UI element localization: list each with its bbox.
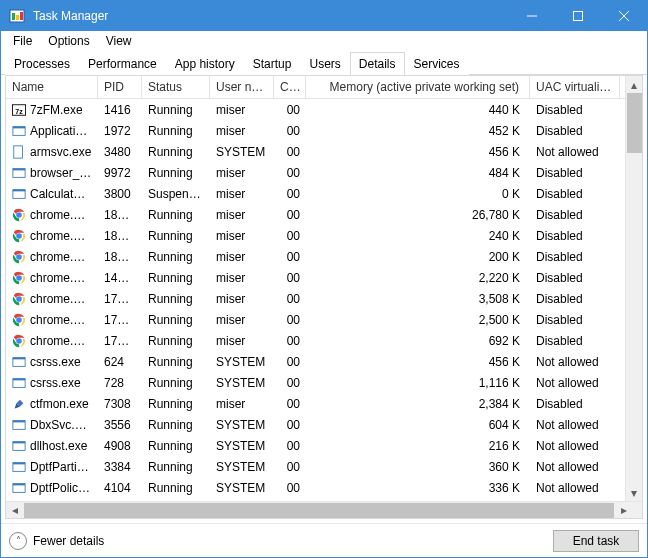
process-cpu: 00 <box>274 311 306 329</box>
table-row[interactable]: Calculator.exe3800Suspendedmiser000 KDis… <box>6 183 642 204</box>
process-icon <box>12 481 26 495</box>
tab-startup[interactable]: Startup <box>244 52 301 75</box>
process-cpu: 00 <box>274 164 306 182</box>
process-name: ApplicationFr... <box>30 124 92 138</box>
process-name: 7zFM.exe <box>30 103 83 117</box>
process-name: armsvc.exe <box>30 145 91 159</box>
scroll-up-arrow-icon[interactable]: ▴ <box>626 76 642 93</box>
table-row[interactable]: ApplicationFr...1972Runningmiser00452 KD… <box>6 120 642 141</box>
maximize-button[interactable] <box>555 1 601 31</box>
col-header-pid[interactable]: PID <box>98 76 142 98</box>
process-status: Running <box>142 437 210 455</box>
process-user: SYSTEM <box>210 353 274 371</box>
table-row[interactable]: dllhost.exe4908RunningSYSTEM00216 KNot a… <box>6 435 642 456</box>
table-row[interactable]: DbxSvc.exe3556RunningSYSTEM00604 KNot al… <box>6 414 642 435</box>
process-uac: Disabled <box>530 185 620 203</box>
col-header-memory[interactable]: Memory (active private working set) <box>306 76 530 98</box>
scroll-left-arrow-icon[interactable]: ◂ <box>6 503 23 517</box>
tab-app-history[interactable]: App history <box>166 52 244 75</box>
tab-processes[interactable]: Processes <box>5 52 79 75</box>
process-status: Running <box>142 290 210 308</box>
svg-rect-48 <box>13 462 25 464</box>
process-name: DbxSvc.exe <box>30 418 92 432</box>
process-name: chrome.exe <box>30 208 92 222</box>
table-row[interactable]: DptfParticipa...3384RunningSYSTEM00360 K… <box>6 456 642 477</box>
process-user: SYSTEM <box>210 437 274 455</box>
col-header-status[interactable]: Status <box>142 76 210 98</box>
table-row[interactable]: 7z7zFM.exe1416Runningmiser00440 KDisable… <box>6 99 642 120</box>
menu-view[interactable]: View <box>98 32 140 50</box>
vertical-scroll-thumb[interactable] <box>627 93 642 153</box>
process-cpu: 00 <box>274 353 306 371</box>
process-memory: 216 K <box>306 437 530 455</box>
menu-file[interactable]: File <box>5 32 40 50</box>
table-row[interactable]: csrss.exe728RunningSYSTEM001,116 KNot al… <box>6 372 642 393</box>
horizontal-scrollbar[interactable]: ◂ ▸ <box>6 501 642 518</box>
process-cpu: 00 <box>274 479 306 497</box>
task-manager-icon <box>9 8 25 24</box>
process-user: SYSTEM <box>210 458 274 476</box>
table-row[interactable]: armsvc.exe3480RunningSYSTEM00456 KNot al… <box>6 141 642 162</box>
process-pid: 3384 <box>98 458 142 476</box>
process-user: SYSTEM <box>210 416 274 434</box>
table-row[interactable]: DptfPolicyLp...4132RunningSYSTEM00364 KN… <box>6 498 642 501</box>
process-status: Running <box>142 353 210 371</box>
process-user: miser <box>210 311 274 329</box>
process-uac: Disabled <box>530 332 620 350</box>
process-icon <box>12 334 26 348</box>
tab-services[interactable]: Services <box>405 52 469 75</box>
fewer-details-button[interactable]: ˄ Fewer details <box>9 532 104 550</box>
table-row[interactable]: chrome.exe18248Runningmiser00240 KDisabl… <box>6 225 642 246</box>
process-uac: Disabled <box>530 101 620 119</box>
process-name: DptfParticipa... <box>30 460 92 474</box>
table-row[interactable]: chrome.exe14636Runningmiser002,220 KDisa… <box>6 267 642 288</box>
process-pid: 1416 <box>98 101 142 119</box>
close-button[interactable] <box>601 1 647 31</box>
process-cpu: 00 <box>274 416 306 434</box>
process-status: Running <box>142 374 210 392</box>
vertical-scrollbar[interactable]: ▴ ▾ <box>625 76 642 501</box>
col-header-user[interactable]: User name <box>210 76 274 98</box>
process-memory: 484 K <box>306 164 530 182</box>
svg-text:7z: 7z <box>15 107 23 114</box>
table-row[interactable]: browser_bro...9972Runningmiser00484 KDis… <box>6 162 642 183</box>
scroll-down-arrow-icon[interactable]: ▾ <box>626 484 642 501</box>
table-row[interactable]: chrome.exe17668Runningmiser00692 KDisabl… <box>6 330 642 351</box>
tab-users[interactable]: Users <box>300 52 349 75</box>
process-icon <box>12 355 26 369</box>
table-body[interactable]: 7z7zFM.exe1416Runningmiser00440 KDisable… <box>6 99 642 501</box>
table-row[interactable]: csrss.exe624RunningSYSTEM00456 KNot allo… <box>6 351 642 372</box>
process-uac: Disabled <box>530 290 620 308</box>
menu-options[interactable]: Options <box>40 32 97 50</box>
col-header-cpu[interactable]: CPU <box>274 76 306 98</box>
chevron-up-icon: ˄ <box>9 532 27 550</box>
table-row[interactable]: chrome.exe18220Runningmiser0026,780 KDis… <box>6 204 642 225</box>
table-row[interactable]: chrome.exe18316Runningmiser00200 KDisabl… <box>6 246 642 267</box>
table-row[interactable]: DptfPolicyCri...4104RunningSYSTEM00336 K… <box>6 477 642 498</box>
process-name: dllhost.exe <box>30 439 87 453</box>
end-task-button[interactable]: End task <box>553 530 639 552</box>
col-header-uac[interactable]: UAC virtualization <box>530 76 620 98</box>
process-uac: Disabled <box>530 164 620 182</box>
table-row[interactable]: ctfmon.exe7308Runningmiser002,384 KDisab… <box>6 393 642 414</box>
process-memory: 364 K <box>306 500 530 502</box>
scroll-right-arrow-icon[interactable]: ▸ <box>615 503 632 517</box>
process-status: Running <box>142 458 210 476</box>
tab-performance[interactable]: Performance <box>79 52 166 75</box>
process-name: csrss.exe <box>30 376 81 390</box>
minimize-button[interactable] <box>509 1 555 31</box>
process-user: SYSTEM <box>210 500 274 502</box>
table-row[interactable]: chrome.exe17756Runningmiser002,500 KDisa… <box>6 309 642 330</box>
table-row[interactable]: chrome.exe17576Runningmiser003,508 KDisa… <box>6 288 642 309</box>
process-cpu: 00 <box>274 500 306 502</box>
titlebar[interactable]: Task Manager <box>1 1 647 31</box>
process-pid: 14636 <box>98 269 142 287</box>
process-pid: 3800 <box>98 185 142 203</box>
process-user: miser <box>210 122 274 140</box>
horizontal-scroll-thumb[interactable] <box>24 503 614 518</box>
tab-details[interactable]: Details <box>350 52 405 75</box>
col-header-name[interactable]: Name <box>6 76 98 98</box>
process-pid: 3556 <box>98 416 142 434</box>
process-icon <box>12 145 26 159</box>
process-user: miser <box>210 164 274 182</box>
